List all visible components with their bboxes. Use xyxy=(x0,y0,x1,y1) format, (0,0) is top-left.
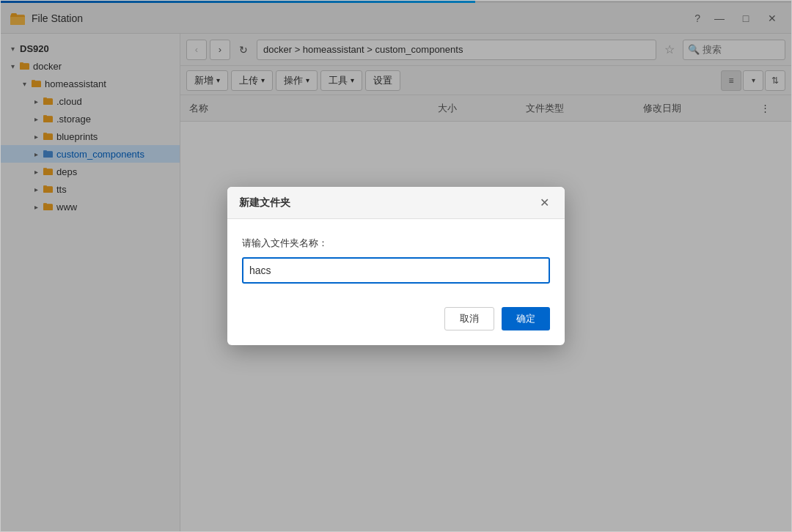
folder-name-input[interactable] xyxy=(242,257,550,284)
dialog-overlay: 新建文件夹 ✕ 请输入文件夹名称： 取消 确定 xyxy=(1,1,791,531)
new-folder-dialog: 新建文件夹 ✕ 请输入文件夹名称： 取消 确定 xyxy=(227,187,565,345)
app-window: File Station ? — □ ✕ ▾ DS920 ▾ docker ▾ xyxy=(0,0,792,532)
dialog-header: 新建文件夹 ✕ xyxy=(227,187,565,219)
dialog-title: 新建文件夹 xyxy=(239,196,290,210)
cancel-button[interactable]: 取消 xyxy=(444,307,494,330)
dialog-label: 请输入文件夹名称： xyxy=(242,237,550,250)
dialog-footer: 取消 确定 xyxy=(227,298,565,345)
dialog-body: 请输入文件夹名称： xyxy=(227,219,565,298)
confirm-button[interactable]: 确定 xyxy=(502,307,550,330)
dialog-close-button[interactable]: ✕ xyxy=(535,194,553,212)
